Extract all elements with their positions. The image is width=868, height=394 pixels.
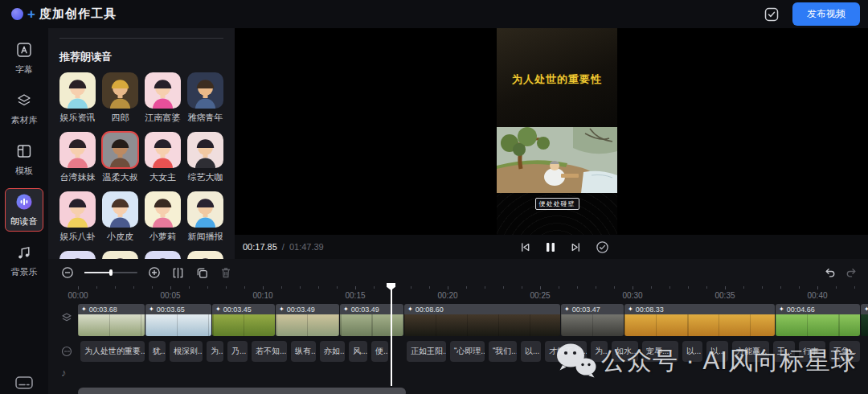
voice-card[interactable]: 大女主 [145,132,181,183]
voice-name: 台湾妹妹 [59,171,96,183]
playhead-line [391,289,392,386]
sidebar-item-music[interactable]: 背景乐 [5,239,43,282]
voice-avatar [187,72,223,109]
sidebar-item-label: 背景乐 [11,266,38,278]
video-clip[interactable]: ✦00:04.66 [776,304,860,336]
split-clip-icon[interactable] [171,266,185,280]
voice-card[interactable]: 娱乐八卦 [59,191,96,243]
subtitle-chip[interactable]: 以... [682,341,702,362]
ruler-tick [318,286,319,289]
zoom-in-icon[interactable] [148,266,161,279]
task-check-icon[interactable] [764,6,780,23]
subtitle-chip[interactable]: 不争... [829,341,860,362]
subtitle-chip[interactable]: “心即理... [450,341,485,362]
subtitle-chip[interactable]: 以... [521,341,541,362]
voice-card[interactable]: 四郎 [102,72,138,124]
sidebar-item-voice[interactable]: 朗读音 [5,188,43,232]
subtitle-chip[interactable]: 方能赢... [732,341,769,362]
clip-header: ✦00:08.60 [404,304,560,314]
music-clip[interactable] [78,388,406,394]
subtitle-chip[interactable]: 纵有... [291,341,316,362]
voice-card[interactable]: 新闻播报 [187,191,223,243]
subtitle-chip[interactable]: 如水... [612,341,638,362]
voice-card[interactable]: 综艺大咖 [187,132,223,183]
sidebar-item-assets[interactable]: 素材库 [5,87,43,130]
zoom-out-icon[interactable] [61,266,74,279]
clip-thumbnail [276,314,339,336]
subtitle-chip[interactable]: 以... [706,341,728,362]
subtitle-chip[interactable]: 才能不为... [545,341,587,362]
video-clip[interactable]: ✦00:03.49 [276,304,339,336]
voice-card[interactable]: 温柔大叔 [102,132,138,183]
subtitle-chip[interactable]: 为... [207,341,223,362]
subtitle-chip[interactable]: 王... [773,341,795,362]
clip-thumbnail [145,314,211,336]
subtitle-chip[interactable]: 根深则... [170,341,203,362]
voice-card[interactable]: 台湾妹妹 [59,132,96,183]
voice-name: 新闻播报 [187,231,223,243]
video-clip[interactable]: ✦00:08.60 [404,304,560,336]
subtitle-chip[interactable]: 若不知... [252,341,287,362]
undo-icon[interactable] [823,266,836,279]
voice-card[interactable]: 小皮皮 [102,191,138,243]
next-frame-icon[interactable] [570,241,582,253]
voice-card[interactable] [145,251,181,259]
playhead[interactable] [387,283,395,386]
voice-avatar [59,191,96,228]
subtitle-chip[interactable]: 犹... [149,341,166,362]
video-clip[interactable]: ✦00:03.65 [145,304,211,336]
voice-card[interactable]: 娱乐资讯 [59,72,96,124]
subtitle-chip[interactable]: “我们... [489,341,517,362]
timeline-ruler[interactable]: 00:0000:0500:1000:1500:2000:2500:3000:35… [48,286,868,304]
ruler-label: 00:35 [714,291,735,300]
video-clip[interactable]: ✦00:03.45 [212,304,275,336]
subtitle-chip[interactable]: 为人处世的重要... [80,341,145,362]
delete-icon[interactable] [219,266,232,279]
ruler-label: 00:30 [622,291,642,300]
sidebar-item-templates[interactable]: 模板 [5,137,43,181]
clip-duration: 00:03.68 [89,306,117,314]
subtitle-chip[interactable]: 行事... [799,341,825,362]
ruler-tick [115,286,116,289]
ruler-label: 00:15 [345,291,365,300]
subtitle-chip[interactable]: 正如王阳... [407,341,446,362]
subtitle-chip[interactable]: 为... [591,341,608,362]
voice-card[interactable]: 雅痞青年 [187,72,223,124]
ruler-label: 00:00 [68,291,88,300]
timeline-zoom-slider[interactable] [84,267,137,278]
video-clip[interactable]: ✦00:03.68 [78,304,145,336]
ruler-label: 00:10 [252,291,272,300]
caption-toggle-icon[interactable] [15,376,33,389]
subtitle-chip[interactable]: 便... [371,341,388,362]
voice-avatar [145,72,181,109]
subtitle-icon [15,41,33,62]
redo-icon[interactable] [845,266,858,279]
video-title-area: 为人处世的重要性 [497,28,617,127]
video-clip[interactable]: ✦ [861,304,868,336]
subtitle-chip[interactable]: 风... [349,341,367,362]
video-clip[interactable]: ✦00:03.47 [561,304,624,336]
pause-icon[interactable] [545,241,556,253]
voice-card[interactable] [102,251,138,259]
music-icon [15,244,33,265]
sidebar-item-subtitle[interactable]: 字幕 [5,36,43,80]
video-clip[interactable]: ✦00:08.33 [624,304,775,336]
voice-card[interactable]: 江南富婆 [145,72,181,124]
sidebar-item-label: 模板 [15,165,33,177]
voice-card[interactable] [187,251,223,259]
voice-card[interactable] [59,251,96,259]
clip-thumbnail [561,314,624,336]
voice-name: 综艺大咖 [187,171,223,183]
voice-card[interactable]: 小萝莉 [145,191,181,243]
adapt-check-icon[interactable] [596,240,609,254]
duplicate-icon[interactable] [195,266,209,280]
subtitle-chip[interactable]: 亦如... [320,341,345,362]
voice-name: 四郎 [102,112,138,124]
previous-frame-icon[interactable] [519,241,531,253]
clip-duration: 00:03.65 [157,306,185,314]
publish-video-button[interactable]: 发布视频 [792,2,860,26]
clip-header: ✦00:03.47 [561,304,624,314]
subtitle-chip[interactable]: 乃... [227,341,248,362]
video-canvas[interactable]: 为人处世的重要性 [497,28,617,235]
subtitle-chip[interactable]: 宠辱... [642,341,678,362]
